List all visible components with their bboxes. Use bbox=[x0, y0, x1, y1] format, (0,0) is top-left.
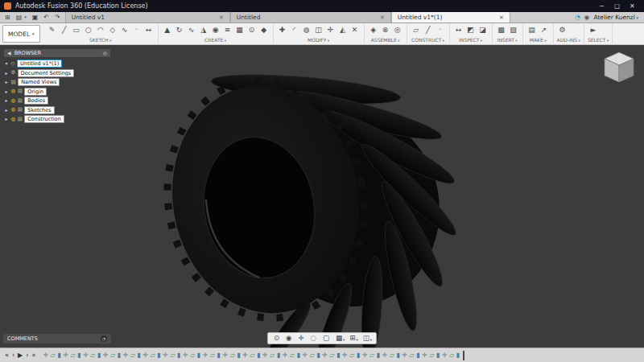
group-label-add-ins[interactable]: ADD-INS bbox=[557, 37, 580, 43]
file-menu-icon[interactable]: ▤ bbox=[16, 14, 23, 21]
step-forward-icon[interactable]: › bbox=[26, 352, 28, 359]
workspace-switcher[interactable]: MODEL bbox=[2, 25, 40, 43]
group-label-select[interactable]: SELECT bbox=[588, 37, 609, 43]
fit-icon[interactable]: ▢ bbox=[320, 335, 332, 342]
timeline-sketch-icon[interactable]: ▱ bbox=[250, 352, 254, 359]
hole-icon[interactable]: ◉ bbox=[210, 25, 221, 35]
play-icon[interactable]: ▶ bbox=[18, 352, 23, 359]
timeline-sketch-icon[interactable]: ▱ bbox=[329, 352, 334, 359]
timeline-feature-icon[interactable]: ▮ bbox=[416, 352, 419, 359]
close-button[interactable]: ✕ bbox=[625, 2, 640, 10]
tab-untitled-v1-1-active[interactable]: Untitled v1*(1) ✕ bbox=[391, 12, 510, 23]
timeline-move-icon[interactable]: ✛ bbox=[302, 352, 308, 359]
timeline-position-marker[interactable] bbox=[463, 351, 464, 360]
maximize-button[interactable]: ▢ bbox=[609, 2, 625, 10]
timeline-move-icon[interactable]: ✛ bbox=[342, 352, 348, 359]
viewport-canvas[interactable]: ◀ BROWSER ◎ ▾ ◇ Untitled v1*(1) ▸⚙Docume… bbox=[0, 45, 644, 348]
timeline-feature-icon[interactable]: ▮ bbox=[57, 352, 60, 359]
timeline-move-icon[interactable]: ✛ bbox=[322, 352, 328, 359]
timeline-sketch-icon[interactable]: ▱ bbox=[369, 352, 374, 359]
go-to-start-icon[interactable]: « bbox=[5, 352, 9, 359]
browser-root-item[interactable]: ▾ ◇ Untitled v1*(1) bbox=[4, 60, 111, 68]
timeline-move-icon[interactable]: ✛ bbox=[242, 352, 248, 359]
timeline-move-icon[interactable]: ✛ bbox=[382, 352, 387, 359]
group-label-inspect[interactable]: INSPECT bbox=[453, 37, 489, 43]
extrude-icon[interactable]: ▲ bbox=[162, 25, 173, 35]
timeline-sketch-icon[interactable]: ▱ bbox=[409, 352, 414, 359]
timeline-sketch-icon[interactable]: ▱ bbox=[310, 352, 315, 359]
comments-expand-icon[interactable]: ◔ bbox=[101, 335, 107, 342]
timeline-sketch-icon[interactable]: ▱ bbox=[270, 352, 275, 359]
timeline-move-icon[interactable]: ✛ bbox=[402, 352, 407, 359]
tab-close-icon[interactable]: ✕ bbox=[375, 14, 385, 21]
go-to-end-icon[interactable]: » bbox=[31, 352, 35, 359]
browser-item[interactable]: ▸▤Named Views bbox=[4, 78, 111, 86]
tab-close-icon[interactable]: ✕ bbox=[494, 14, 504, 21]
expand-arrow-icon[interactable]: ▸ bbox=[4, 108, 9, 113]
group-label-assemble[interactable]: ASSEMBLE bbox=[368, 37, 403, 43]
timeline-sketch-icon[interactable]: ▱ bbox=[290, 352, 295, 359]
timeline-move-icon[interactable]: ✛ bbox=[222, 352, 228, 359]
timeline-move-icon[interactable]: ✛ bbox=[422, 352, 427, 359]
timeline-feature-icon[interactable]: ▮ bbox=[197, 352, 200, 359]
save-icon[interactable]: ▣ bbox=[32, 14, 39, 21]
timeline-move-icon[interactable]: ✛ bbox=[43, 352, 48, 359]
timeline-move-icon[interactable]: ✛ bbox=[163, 352, 168, 359]
loft-icon[interactable]: ◮ bbox=[198, 25, 209, 35]
timeline-feature-icon[interactable]: ▮ bbox=[336, 352, 340, 359]
tab-untitled-v1[interactable]: Untitled v1 ✕ bbox=[65, 12, 230, 23]
timeline-sketch-icon[interactable]: ▱ bbox=[349, 352, 354, 359]
construction-plane-icon[interactable]: ▱ bbox=[411, 25, 422, 35]
redo-icon[interactable]: ↷ bbox=[55, 14, 60, 21]
joint-icon[interactable]: ⊗ bbox=[380, 25, 391, 35]
spline-icon[interactable]: ∿ bbox=[119, 25, 130, 35]
interference-icon[interactable]: ◩ bbox=[465, 25, 477, 35]
timeline-sketch-icon[interactable]: ▱ bbox=[70, 352, 75, 359]
sketch-dimension-icon[interactable]: ↔ bbox=[143, 25, 155, 35]
point-icon[interactable]: ◦ bbox=[131, 25, 142, 35]
browser-options-icon[interactable]: ◎ bbox=[103, 51, 107, 56]
group-label-construct[interactable]: CONSTRUCT bbox=[411, 37, 446, 43]
timeline-feature-icon[interactable]: ▮ bbox=[456, 352, 460, 359]
expand-arrow-icon[interactable]: ▾ bbox=[4, 61, 9, 66]
tab-untitled[interactable]: Untitled ✕ bbox=[230, 12, 391, 23]
timeline-feature-icon[interactable]: ▮ bbox=[77, 352, 80, 359]
tab-close-icon[interactable]: ✕ bbox=[214, 14, 224, 21]
group-label-create[interactable]: CREATE bbox=[162, 37, 270, 43]
timeline-sketch-icon[interactable]: ▱ bbox=[210, 352, 215, 359]
timeline-move-icon[interactable]: ✛ bbox=[203, 352, 208, 359]
section-analysis-icon[interactable]: ◪ bbox=[477, 25, 489, 35]
timeline-move-icon[interactable]: ✛ bbox=[63, 352, 68, 359]
timeline-sketch-icon[interactable]: ▱ bbox=[170, 352, 175, 359]
construction-point-icon[interactable]: ◦ bbox=[435, 25, 446, 35]
browser-collapse-icon[interactable]: ◀ bbox=[7, 51, 11, 56]
arc-icon[interactable]: ◠ bbox=[95, 25, 106, 35]
expand-arrow-icon[interactable]: ▸ bbox=[4, 117, 9, 121]
expand-arrow-icon[interactable]: ▸ bbox=[4, 98, 9, 103]
timeline-feature-icon[interactable]: ▮ bbox=[217, 352, 220, 359]
browser-item[interactable]: ▸⚙Document Settings bbox=[4, 69, 111, 77]
timeline-sketch-icon[interactable]: ▱ bbox=[429, 352, 434, 359]
browser-item[interactable]: ▸◍▤Origin bbox=[4, 88, 111, 96]
form-icon[interactable]: ◆ bbox=[258, 25, 270, 35]
timeline-feature-icon[interactable]: ▮ bbox=[137, 352, 140, 359]
browser-item[interactable]: ▸◍▤Sketches bbox=[4, 106, 111, 114]
print-3d-icon[interactable]: ▤ bbox=[526, 25, 538, 35]
group-label-insert[interactable]: INSERT bbox=[496, 37, 519, 43]
browser-item[interactable]: ▸◍▤Bodies bbox=[4, 97, 111, 105]
timeline-sketch-icon[interactable]: ▱ bbox=[130, 352, 135, 359]
expand-arrow-icon[interactable]: ▸ bbox=[4, 80, 9, 84]
timeline-move-icon[interactable]: ✛ bbox=[122, 352, 128, 359]
timeline-feature-icon[interactable]: ▮ bbox=[257, 352, 260, 359]
group-label-sketch[interactable]: SKETCH bbox=[47, 37, 155, 43]
construction-axis-icon[interactable]: ╱ bbox=[423, 25, 434, 35]
scale-icon[interactable]: ◭ bbox=[337, 25, 349, 35]
zoom-icon[interactable]: ◌ bbox=[308, 335, 320, 342]
job-status-icon[interactable]: ◔ bbox=[575, 14, 580, 21]
group-label-modify[interactable]: MODIFY bbox=[277, 37, 361, 43]
expand-arrow-icon[interactable]: ▸ bbox=[4, 89, 9, 94]
cylinder-icon[interactable]: ⊙ bbox=[246, 25, 258, 35]
timeline-sketch-icon[interactable]: ▱ bbox=[51, 352, 56, 359]
timeline-feature-icon[interactable]: ▮ bbox=[118, 352, 121, 359]
press-pull-icon[interactable]: ✚ bbox=[277, 25, 288, 35]
